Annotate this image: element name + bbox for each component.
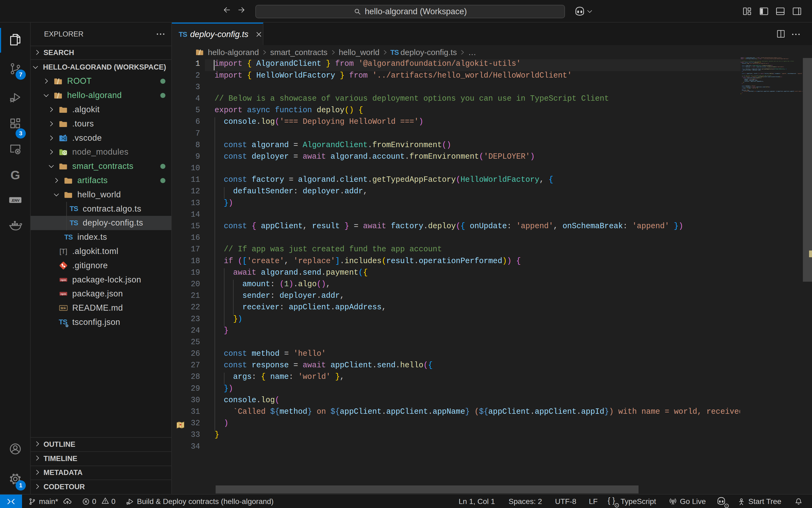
svg-text:S: S	[63, 151, 66, 155]
svg-text:.ENV: .ENV	[11, 199, 19, 203]
svg-text:npm: npm	[61, 278, 66, 281]
svg-text:npm: npm	[61, 292, 66, 295]
svg-text:M: M	[61, 306, 63, 310]
